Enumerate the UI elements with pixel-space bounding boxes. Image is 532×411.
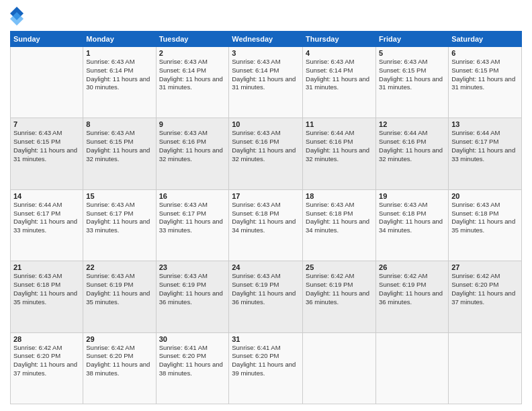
- day-info: Sunrise: 6:42 AMSunset: 6:19 PMDaylight:…: [306, 272, 373, 306]
- calendar-cell: 2Sunrise: 6:43 AMSunset: 6:14 PMDaylight…: [156, 47, 229, 118]
- calendar-cell: 5Sunrise: 6:43 AMSunset: 6:15 PMDaylight…: [376, 47, 449, 118]
- calendar-cell: [449, 332, 522, 404]
- day-info: Sunrise: 6:43 AMSunset: 6:18 PMDaylight:…: [306, 201, 373, 235]
- day-header-saturday: Saturday: [449, 32, 522, 47]
- day-number: 12: [379, 120, 445, 128]
- day-info: Sunrise: 6:42 AMSunset: 6:20 PMDaylight:…: [451, 272, 519, 306]
- day-info: Sunrise: 6:44 AMSunset: 6:16 PMDaylight:…: [306, 129, 373, 163]
- calendar-cell: 29Sunrise: 6:42 AMSunset: 6:20 PMDayligh…: [83, 332, 156, 404]
- day-info: Sunrise: 6:43 AMSunset: 6:16 PMDaylight:…: [232, 129, 300, 163]
- calendar-cell: 14Sunrise: 6:44 AMSunset: 6:17 PMDayligh…: [11, 189, 83, 261]
- day-info: Sunrise: 6:43 AMSunset: 6:14 PMDaylight:…: [86, 58, 152, 92]
- day-number: 25: [306, 263, 373, 271]
- calendar-cell: 26Sunrise: 6:42 AMSunset: 6:19 PMDayligh…: [376, 261, 449, 332]
- calendar-cell: [11, 47, 83, 118]
- day-info: Sunrise: 6:41 AMSunset: 6:20 PMDaylight:…: [159, 344, 226, 378]
- day-number: 1: [86, 49, 152, 57]
- calendar-cell: 30Sunrise: 6:41 AMSunset: 6:20 PMDayligh…: [156, 332, 229, 404]
- calendar: SundayMondayTuesdayWednesdayThursdayFrid…: [10, 31, 522, 404]
- day-number: 14: [13, 192, 80, 200]
- calendar-cell: 24Sunrise: 6:43 AMSunset: 6:19 PMDayligh…: [229, 261, 303, 332]
- day-info: Sunrise: 6:43 AMSunset: 6:17 PMDaylight:…: [86, 201, 152, 235]
- day-header-tuesday: Tuesday: [156, 32, 229, 47]
- calendar-cell: 13Sunrise: 6:44 AMSunset: 6:17 PMDayligh…: [449, 118, 522, 189]
- day-number: 20: [451, 192, 519, 200]
- day-number: 30: [159, 335, 226, 343]
- day-number: 7: [13, 120, 80, 128]
- day-number: 24: [232, 263, 300, 271]
- day-info: Sunrise: 6:44 AMSunset: 6:16 PMDaylight:…: [379, 129, 445, 163]
- calendar-cell: 9Sunrise: 6:43 AMSunset: 6:16 PMDaylight…: [156, 118, 229, 189]
- day-number: 22: [86, 263, 152, 271]
- day-info: Sunrise: 6:43 AMSunset: 6:19 PMDaylight:…: [159, 272, 226, 306]
- day-info: Sunrise: 6:43 AMSunset: 6:18 PMDaylight:…: [379, 201, 445, 235]
- calendar-cell: 23Sunrise: 6:43 AMSunset: 6:19 PMDayligh…: [156, 261, 229, 332]
- day-number: 29: [86, 335, 152, 343]
- day-info: Sunrise: 6:43 AMSunset: 6:15 PMDaylight:…: [86, 129, 152, 163]
- day-info: Sunrise: 6:42 AMSunset: 6:19 PMDaylight:…: [379, 272, 445, 306]
- day-number: 16: [159, 192, 226, 200]
- day-number: 26: [379, 263, 445, 271]
- calendar-cell: 27Sunrise: 6:42 AMSunset: 6:20 PMDayligh…: [449, 261, 522, 332]
- calendar-cell: 28Sunrise: 6:42 AMSunset: 6:20 PMDayligh…: [11, 332, 83, 404]
- logo-icon: [10, 7, 24, 26]
- calendar-cell: 8Sunrise: 6:43 AMSunset: 6:15 PMDaylight…: [83, 118, 156, 189]
- day-number: 31: [232, 335, 300, 343]
- day-number: 15: [86, 192, 152, 200]
- day-number: 13: [451, 120, 519, 128]
- day-info: Sunrise: 6:43 AMSunset: 6:18 PMDaylight:…: [13, 272, 80, 306]
- calendar-cell: 3Sunrise: 6:43 AMSunset: 6:14 PMDaylight…: [229, 47, 303, 118]
- day-number: 2: [159, 49, 226, 57]
- logo: [10, 7, 26, 26]
- day-info: Sunrise: 6:43 AMSunset: 6:17 PMDaylight:…: [159, 201, 226, 235]
- header: [10, 7, 522, 26]
- day-info: Sunrise: 6:43 AMSunset: 6:18 PMDaylight:…: [451, 201, 519, 235]
- calendar-cell: [303, 332, 376, 404]
- calendar-cell: 6Sunrise: 6:43 AMSunset: 6:15 PMDaylight…: [449, 47, 522, 118]
- calendar-cell: 21Sunrise: 6:43 AMSunset: 6:18 PMDayligh…: [11, 261, 83, 332]
- day-info: Sunrise: 6:44 AMSunset: 6:17 PMDaylight:…: [13, 201, 80, 235]
- calendar-cell: [376, 332, 449, 404]
- day-number: 27: [451, 263, 519, 271]
- day-info: Sunrise: 6:43 AMSunset: 6:19 PMDaylight:…: [232, 272, 300, 306]
- day-info: Sunrise: 6:43 AMSunset: 6:19 PMDaylight:…: [86, 272, 152, 306]
- calendar-cell: 12Sunrise: 6:44 AMSunset: 6:16 PMDayligh…: [376, 118, 449, 189]
- calendar-cell: 15Sunrise: 6:43 AMSunset: 6:17 PMDayligh…: [83, 189, 156, 261]
- day-info: Sunrise: 6:42 AMSunset: 6:20 PMDaylight:…: [86, 344, 152, 378]
- day-info: Sunrise: 6:43 AMSunset: 6:14 PMDaylight:…: [306, 58, 373, 92]
- calendar-cell: 20Sunrise: 6:43 AMSunset: 6:18 PMDayligh…: [449, 189, 522, 261]
- day-header-wednesday: Wednesday: [229, 32, 303, 47]
- day-number: 19: [379, 192, 445, 200]
- day-info: Sunrise: 6:44 AMSunset: 6:17 PMDaylight:…: [451, 129, 519, 163]
- day-info: Sunrise: 6:43 AMSunset: 6:15 PMDaylight:…: [451, 58, 519, 92]
- calendar-cell: 16Sunrise: 6:43 AMSunset: 6:17 PMDayligh…: [156, 189, 229, 261]
- day-number: 23: [159, 263, 226, 271]
- calendar-cell: 11Sunrise: 6:44 AMSunset: 6:16 PMDayligh…: [303, 118, 376, 189]
- calendar-cell: 4Sunrise: 6:43 AMSunset: 6:14 PMDaylight…: [303, 47, 376, 118]
- calendar-cell: 17Sunrise: 6:43 AMSunset: 6:18 PMDayligh…: [229, 189, 303, 261]
- calendar-cell: 18Sunrise: 6:43 AMSunset: 6:18 PMDayligh…: [303, 189, 376, 261]
- day-info: Sunrise: 6:43 AMSunset: 6:16 PMDaylight:…: [159, 129, 226, 163]
- day-number: 11: [306, 120, 373, 128]
- day-info: Sunrise: 6:43 AMSunset: 6:15 PMDaylight:…: [13, 129, 80, 163]
- day-info: Sunrise: 6:43 AMSunset: 6:14 PMDaylight:…: [232, 58, 300, 92]
- calendar-cell: 10Sunrise: 6:43 AMSunset: 6:16 PMDayligh…: [229, 118, 303, 189]
- calendar-cell: 7Sunrise: 6:43 AMSunset: 6:15 PMDaylight…: [11, 118, 83, 189]
- day-header-thursday: Thursday: [303, 32, 376, 47]
- day-number: 17: [232, 192, 300, 200]
- calendar-cell: 25Sunrise: 6:42 AMSunset: 6:19 PMDayligh…: [303, 261, 376, 332]
- calendar-cell: 31Sunrise: 6:41 AMSunset: 6:20 PMDayligh…: [229, 332, 303, 404]
- page: SundayMondayTuesdayWednesdayThursdayFrid…: [0, 0, 532, 411]
- day-header-sunday: Sunday: [11, 32, 83, 47]
- day-number: 28: [13, 335, 80, 343]
- day-info: Sunrise: 6:41 AMSunset: 6:20 PMDaylight:…: [232, 344, 300, 378]
- calendar-cell: 19Sunrise: 6:43 AMSunset: 6:18 PMDayligh…: [376, 189, 449, 261]
- day-info: Sunrise: 6:43 AMSunset: 6:15 PMDaylight:…: [379, 58, 445, 92]
- day-number: 3: [232, 49, 300, 57]
- day-number: 6: [451, 49, 519, 57]
- day-header-friday: Friday: [376, 32, 449, 47]
- day-number: 8: [86, 120, 152, 128]
- calendar-cell: 1Sunrise: 6:43 AMSunset: 6:14 PMDaylight…: [83, 47, 156, 118]
- day-number: 9: [159, 120, 226, 128]
- day-info: Sunrise: 6:42 AMSunset: 6:20 PMDaylight:…: [13, 344, 80, 378]
